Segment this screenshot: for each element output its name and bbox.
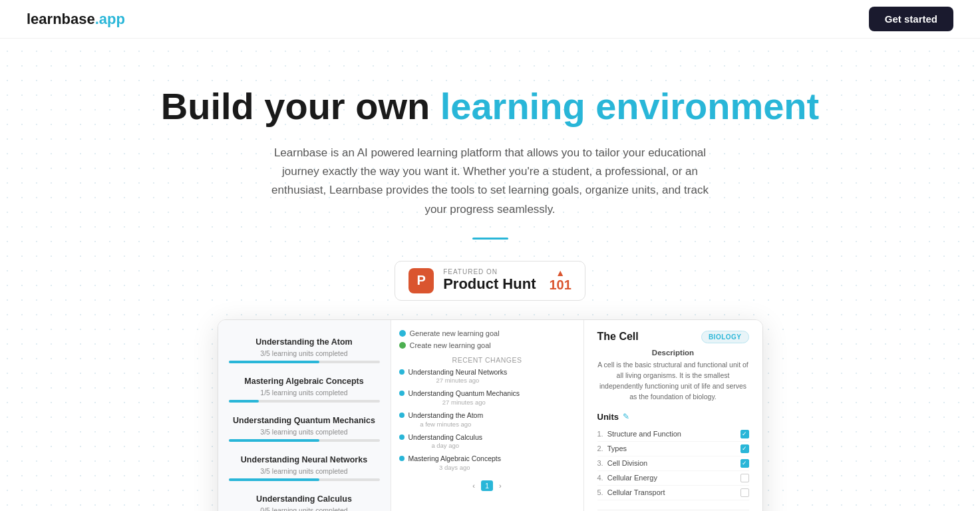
recent-dot-3 [399, 434, 405, 440]
featured-on-label: FEATURED ON [443, 268, 498, 275]
logo: learnbase.app [27, 11, 125, 28]
recent-dot-4 [399, 456, 405, 461]
generate-goal-btn[interactable]: Generate new learning goal [399, 329, 575, 337]
pagination-next[interactable]: › [496, 480, 505, 491]
units-title: Units [597, 412, 619, 422]
recent-text-3: Understanding Calculus a day ago [408, 433, 482, 450]
description-title: Description [597, 349, 749, 357]
navbar: learnbase.app Get started [0, 0, 980, 39]
unit-label-4: Cellular Transport [607, 488, 665, 496]
recent-changes-title: Recent changes [399, 356, 575, 364]
pagination-prev[interactable]: ‹ [469, 480, 478, 491]
recent-text-label-3: Understanding Calculus [408, 433, 482, 442]
sidebar-item-neural[interactable]: Understanding Neural Networks 3/5 learni… [218, 448, 391, 488]
recent-text-label-4: Mastering Algebraic Concepts [408, 454, 502, 464]
upvote-arrow-icon: ▲ [556, 268, 565, 277]
create-goal-btn[interactable]: Create new learning goal [399, 341, 575, 349]
sidebar-progress-fill-quantum [229, 439, 319, 442]
sidebar-progress-label-atom: 3/5 learning units completed [229, 349, 380, 357]
create-goal-label: Create new learning goal [410, 341, 491, 349]
pagination: ‹ 1 › [399, 476, 575, 495]
units-header: Units ✎ [597, 412, 749, 422]
recent-item-4: Mastering Algebraic Concepts 3 days ago [399, 454, 575, 471]
unit-checkbox-1[interactable]: ✓ [740, 444, 749, 453]
app-middle-panel: Generate new learning goal Create new le… [391, 320, 584, 511]
sidebar-item-algebra[interactable]: Mastering Algebraic Concepts 1/5 learnin… [218, 370, 391, 409]
unit-row-0: 1.Structure and Function ✓ [597, 427, 749, 442]
unit-label-0: Structure and Function [607, 430, 681, 438]
app-window: Understanding the Atom 3/5 learning unit… [218, 319, 763, 511]
create-dot-icon [399, 342, 406, 349]
sidebar-item-quantum[interactable]: Understanding Quantum Mechanics 3/5 lear… [218, 409, 391, 448]
unit-row-2: 3.Cell Division ✓ [597, 456, 749, 471]
sidebar-item-title-atom: Understanding the Atom [229, 337, 380, 347]
app-main-panel: The Cell BIOLOGY Description A cell is t… [584, 320, 762, 511]
sidebar-progress-label-calculus: 0/5 learning units completed [229, 506, 380, 511]
sidebar-item-title-algebra: Mastering Algebraic Concepts [229, 377, 380, 386]
sidebar-progress-fill-neural [229, 478, 319, 481]
sidebar-progress-bg-atom [229, 361, 380, 363]
sidebar-item-title-quantum: Understanding Quantum Mechanics [229, 416, 380, 425]
recent-time-2: a few minutes ago [408, 421, 484, 428]
pagination-current[interactable]: 1 [481, 480, 493, 491]
hero-description: Learnbase is an AI powered learning plat… [264, 144, 717, 218]
headline-plain: Build your own [161, 85, 440, 127]
sidebar-progress-bg-neural [229, 478, 380, 481]
sidebar-progress-fill-algebra [229, 400, 259, 403]
unit-label-3: Cellular Energy [607, 474, 657, 482]
biology-badge: BIOLOGY [701, 331, 749, 343]
unit-num-2: 3.Cell Division [597, 459, 648, 467]
sidebar-item-title-neural: Understanding Neural Networks [229, 455, 380, 464]
divider [472, 238, 508, 240]
unit-checkbox-4[interactable] [740, 488, 749, 497]
sidebar-progress-bg-quantum [229, 439, 380, 442]
recent-item-2: Understanding the Atom a few minutes ago [399, 411, 575, 428]
get-started-button[interactable]: Get started [869, 7, 953, 31]
unit-checkbox-2[interactable]: ✓ [740, 459, 749, 468]
recent-text-1: Understanding Quantum Mechanics 27 minut… [408, 389, 520, 406]
recent-time-1: 27 minutes ago [408, 399, 520, 406]
generate-dot-icon [399, 330, 406, 337]
unit-num-label-4: 5. [597, 488, 603, 496]
recent-dot-1 [399, 391, 405, 396]
sidebar-progress-label-neural: 3/5 learning units completed [229, 467, 380, 475]
unit-checkbox-3[interactable] [740, 474, 749, 482]
recent-dot-0 [399, 369, 405, 375]
sidebar-progress-label-quantum: 3/5 learning units completed [229, 428, 380, 436]
edit-icon[interactable]: ✎ [623, 412, 629, 421]
product-hunt-icon: P [408, 268, 434, 293]
unit-checkbox-0[interactable]: ✓ [740, 430, 749, 438]
recent-text-label-0: Understanding Neural Networks [408, 368, 508, 377]
product-hunt-score: ▲ 101 [549, 268, 571, 293]
upvote-count: 101 [549, 277, 571, 293]
recent-time-3: a day ago [408, 442, 482, 449]
unit-num-label-2: 3. [597, 459, 603, 467]
recent-text-label-1: Understanding Quantum Mechanics [408, 389, 520, 399]
recent-text-0: Understanding Neural Networks 27 minutes… [408, 368, 508, 385]
unit-row-3: 4.Cellular Energy [597, 471, 749, 486]
description-text: A cell is the basic structural and funct… [597, 359, 749, 403]
unit-row-4: 5.Cellular Transport [597, 486, 749, 500]
unit-num-0: 1.Structure and Function [597, 430, 681, 438]
headline-highlight: learning environment [440, 85, 819, 127]
unit-label-2: Cell Division [607, 459, 648, 467]
recent-item-3: Understanding Calculus a day ago [399, 433, 575, 450]
sidebar-item-calculus[interactable]: Understanding Calculus 0/5 learning unit… [218, 488, 391, 511]
recent-dot-2 [399, 413, 405, 418]
sidebar-progress-fill-atom [229, 361, 319, 363]
unit-row-1: 2.Types ✓ [597, 442, 749, 456]
logo-app: app [99, 11, 125, 27]
recent-item-1: Understanding Quantum Mechanics 27 minut… [399, 389, 575, 406]
sidebar-item-atom[interactable]: Understanding the Atom 3/5 learning unit… [218, 331, 391, 370]
product-hunt-badge[interactable]: P FEATURED ON Product Hunt ▲ 101 [395, 261, 585, 301]
unit-num-3: 4.Cellular Energy [597, 474, 657, 482]
sidebar-progress-bg-algebra [229, 400, 380, 403]
main-title: The Cell [597, 331, 639, 343]
unit-num-1: 2.Types [597, 444, 627, 452]
recent-time-4: 3 days ago [408, 464, 502, 471]
product-hunt-text: FEATURED ON Product Hunt [443, 268, 536, 293]
recent-item-0: Understanding Neural Networks 27 minutes… [399, 368, 575, 385]
sidebar-progress-label-algebra: 1/5 learning units completed [229, 389, 380, 397]
hero-section: Build your own learning environment Lear… [0, 39, 980, 511]
recent-text-label-2: Understanding the Atom [408, 411, 484, 421]
